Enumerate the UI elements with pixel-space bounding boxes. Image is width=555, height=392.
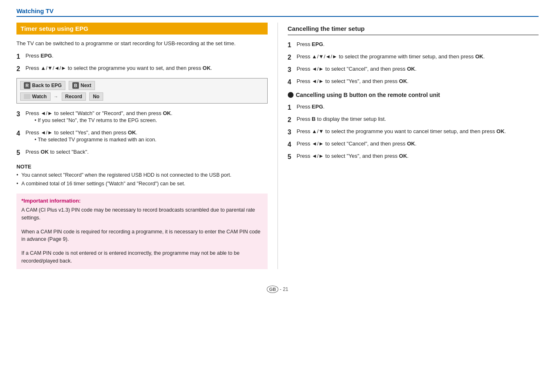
bullet-section-title: Cancelling using B button on the remote … <box>296 91 440 99</box>
r-letter: R <box>24 82 30 89</box>
step-4-sub: The selected TV programme is marked with… <box>35 136 156 144</box>
steps-3-5: 3 Press ◄/► to select "Watch" or "Record… <box>16 109 268 158</box>
page-container: Watching TV Timer setup using EPG The TV… <box>0 0 555 305</box>
bullet-steps: 1 Press EPG. 2 Press B to display the ti… <box>288 103 539 162</box>
page-footer: GB - 21 <box>16 286 539 293</box>
bullet-step-2: 2 Press B to display the timer setup lis… <box>288 115 539 125</box>
bullet-step-4: 4 Press ◄/► to select "Cancel", and then… <box>288 140 539 150</box>
bullet-circle-icon <box>288 92 294 98</box>
no-label: No <box>93 94 99 99</box>
step-2: 2 Press ▲/▼/◄/► to select the programme … <box>16 64 268 74</box>
step-5: 5 Press OK to select "Back". <box>16 148 268 158</box>
important-text-3: If a CAM PIN code is not entered or is e… <box>21 249 263 265</box>
ui-box-bottom: Watch → Record No <box>20 92 264 101</box>
note-item-2: A combined total of 16 timer settings ("… <box>16 180 268 188</box>
steps-1-2: 1 Press EPG. 2 Press ▲/▼/◄/► to select t… <box>16 52 268 74</box>
right-steps-1-4: 1 Press EPG. 2 Press ▲/▼/◄/► to select t… <box>288 40 539 87</box>
intro-text: The TV can be switched to a programme or… <box>16 39 268 48</box>
note-title: NOTE <box>16 164 268 170</box>
right-step-3: 3 Press ◄/► to select "Cancel", and then… <box>288 65 539 75</box>
step-3: 3 Press ◄/► to select "Watch" or "Record… <box>16 109 268 126</box>
no-btn[interactable]: No <box>89 92 103 101</box>
watch-icon <box>24 94 30 99</box>
bullet-section-header: Cancelling using B button on the remote … <box>288 91 539 99</box>
important-title: *Important information: <box>21 198 263 204</box>
left-column: Timer setup using EPG The TV can be swit… <box>16 23 278 269</box>
watch-btn[interactable]: Watch <box>20 92 51 101</box>
right-step-1: 1 Press EPG. <box>288 40 539 50</box>
arrow-icon: → <box>54 94 58 99</box>
footer-page: - 21 <box>280 286 289 292</box>
important-text-1: A CAM (CI Plus v1.3) PIN code may be nec… <box>21 206 263 222</box>
ui-box: R Back to EPG B Next Watch → Reco <box>16 78 268 104</box>
note-list: You cannot select "Record" when the regi… <box>16 171 268 188</box>
bullet-step-3: 3 Press ▲/▼ to select the programme you … <box>288 127 539 137</box>
step-4: 4 Press ◄/► to select "Yes", and then pr… <box>16 129 268 145</box>
next-label: Next <box>81 83 91 88</box>
ui-box-top: R Back to EPG B Next <box>20 81 264 90</box>
watch-label: Watch <box>32 94 47 99</box>
right-section-header: Cancelling the timer setup <box>288 23 539 35</box>
record-label: Record <box>65 94 82 99</box>
step-1: 1 Press EPG. <box>16 52 268 62</box>
important-box: *Important information: A CAM (CI Plus v… <box>16 194 268 269</box>
right-step-4: 4 Press ◄/► to select "Yes", and then pr… <box>288 77 539 87</box>
next-btn[interactable]: B Next <box>69 81 95 90</box>
record-btn[interactable]: Record <box>62 92 86 101</box>
bullet-step-1: 1 Press EPG. <box>288 103 539 113</box>
back-to-epg-label: Back to EPG <box>32 83 62 88</box>
left-section-header: Timer setup using EPG <box>16 23 268 35</box>
step-3-sub: If you select "No", the TV returns to th… <box>35 117 172 125</box>
bullet-step-5: 5 Press ◄/► to select "Yes", and then pr… <box>288 152 539 162</box>
important-text-2: When a CAM PIN code is required for reco… <box>21 228 263 244</box>
note-section: NOTE You cannot select "Record" when the… <box>16 164 268 188</box>
right-step-2: 2 Press ▲/▼/◄/► to select the programme … <box>288 53 539 62</box>
note-item-1: You cannot select "Record" when the regi… <box>16 171 268 179</box>
right-column: Cancelling the timer setup 1 Press EPG. … <box>278 23 539 269</box>
back-to-epg-btn[interactable]: R Back to EPG <box>20 81 65 90</box>
footer-badge: GB <box>267 286 279 293</box>
page-title: Watching TV <box>16 7 539 17</box>
b-letter: B <box>72 82 79 89</box>
two-col-layout: Timer setup using EPG The TV can be swit… <box>16 23 539 269</box>
